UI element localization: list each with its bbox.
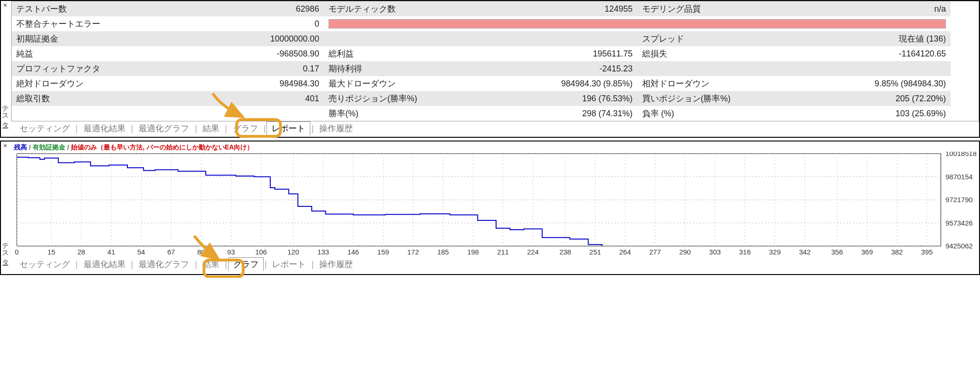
svg-text:54: 54 bbox=[137, 248, 145, 256]
cell-label: 初期証拠金 bbox=[12, 31, 164, 46]
cell-label: 期待利得 bbox=[324, 61, 476, 76]
cell-label: 相対ドローダウン bbox=[637, 76, 790, 91]
tester-label: テスター bbox=[1, 237, 10, 263]
cell-label: スプレッド bbox=[637, 31, 790, 46]
cell-value: 9.85% (984984.30) bbox=[790, 76, 951, 91]
tab-レポート[interactable]: レポート bbox=[267, 258, 310, 271]
tab-結果[interactable]: 結果 bbox=[198, 258, 224, 271]
tab-レポート[interactable]: レポート bbox=[266, 121, 310, 135]
cell-label: プロフィットファクタ bbox=[12, 61, 164, 76]
cell-label: 勝率(%) bbox=[324, 106, 476, 121]
svg-text:238: 238 bbox=[560, 248, 571, 256]
cell-value: -2415.23 bbox=[476, 61, 637, 76]
cell-value bbox=[164, 106, 324, 121]
cell-label bbox=[12, 106, 164, 121]
tab-最適化グラフ[interactable]: 最適化グラフ bbox=[134, 258, 194, 271]
svg-text:277: 277 bbox=[649, 248, 661, 256]
equity-chart: 1001851898701549721790957342694250620152… bbox=[14, 152, 976, 257]
tab-結果[interactable]: 結果 bbox=[198, 122, 224, 135]
close-icon[interactable]: × bbox=[1, 1, 9, 9]
cell-value: n/a bbox=[790, 1, 951, 16]
svg-text:41: 41 bbox=[107, 248, 115, 256]
svg-text:80: 80 bbox=[197, 248, 205, 256]
tab-操作履歴[interactable]: 操作履歴 bbox=[315, 122, 357, 135]
cell-label: 不整合チャートエラー bbox=[12, 16, 164, 31]
svg-text:356: 356 bbox=[831, 248, 843, 256]
cell-label: 負率 (%) bbox=[637, 106, 790, 121]
legend-open-only: 始値のみ（最も早い方法, バーの始めにしか動かないEA向け） bbox=[71, 143, 253, 152]
cell-label bbox=[637, 61, 790, 76]
svg-text:224: 224 bbox=[527, 248, 539, 256]
cell-value: 205 (72.20%) bbox=[790, 91, 951, 106]
tab-bar: セッティング|最適化結果|最適化グラフ|結果|グラフ|レポート|操作履歴 bbox=[1, 121, 979, 135]
tab-最適化グラフ[interactable]: 最適化グラフ bbox=[134, 122, 194, 135]
svg-text:369: 369 bbox=[861, 248, 873, 256]
cell-label: 純益 bbox=[12, 46, 164, 61]
svg-text:211: 211 bbox=[497, 248, 509, 256]
cell-value: -968508.90 bbox=[164, 46, 324, 61]
legend-balance: 残高 bbox=[14, 143, 27, 152]
tab-最適化結果[interactable]: 最適化結果 bbox=[79, 122, 130, 135]
svg-text:303: 303 bbox=[709, 248, 721, 256]
report-table: テストバー数62986モデルティック数124955モデリング品質n/a不整合チャ… bbox=[12, 1, 979, 121]
svg-text:290: 290 bbox=[679, 248, 691, 256]
table-row: 不整合チャートエラー0 bbox=[12, 16, 979, 31]
cell-value: 124955 bbox=[476, 1, 637, 16]
svg-text:9425062: 9425062 bbox=[945, 242, 973, 250]
cell-value: 現在値 (136) bbox=[790, 31, 951, 46]
table-row: 総取引数401売りポジション(勝率%)196 (76.53%)買いポジション(勝… bbox=[12, 91, 979, 106]
cell-label bbox=[324, 31, 476, 46]
cell-label: 売りポジション(勝率%) bbox=[324, 91, 476, 106]
svg-text:9573426: 9573426 bbox=[945, 219, 973, 227]
tester-label: テスター bbox=[1, 100, 10, 126]
tab-グラフ[interactable]: グラフ bbox=[228, 257, 264, 271]
svg-text:251: 251 bbox=[589, 248, 601, 256]
svg-text:120: 120 bbox=[287, 248, 299, 256]
tab-操作履歴[interactable]: 操作履歴 bbox=[315, 258, 357, 271]
svg-text:172: 172 bbox=[407, 248, 419, 256]
cell-value: 0.17 bbox=[164, 61, 324, 76]
chart-legend: 残高 / 有効証拠金 / 始値のみ（最も早い方法, バーの始めにしか動かないEA… bbox=[14, 143, 976, 152]
tab-セッティング[interactable]: セッティング bbox=[15, 258, 75, 271]
cell-label: モデルティック数 bbox=[324, 1, 476, 16]
svg-text:264: 264 bbox=[619, 248, 631, 256]
svg-text:106: 106 bbox=[255, 248, 267, 256]
tab-bar: セッティング|最適化結果|最適化グラフ|結果|グラフ|レポート|操作履歴 bbox=[1, 257, 979, 271]
svg-text:146: 146 bbox=[347, 248, 359, 256]
cell-label: 総利益 bbox=[324, 46, 476, 61]
svg-text:10018518: 10018518 bbox=[945, 152, 976, 157]
cell-value: -1164120.65 bbox=[790, 46, 951, 61]
cell-value: 195611.75 bbox=[476, 46, 637, 61]
tab-最適化結果[interactable]: 最適化結果 bbox=[79, 258, 130, 271]
cell-value bbox=[476, 31, 637, 46]
svg-text:9870154: 9870154 bbox=[945, 173, 973, 181]
cell-label: テストバー数 bbox=[12, 1, 164, 16]
table-row: プロフィットファクタ0.17期待利得-2415.23 bbox=[12, 61, 979, 76]
svg-text:28: 28 bbox=[77, 248, 85, 256]
svg-text:185: 185 bbox=[437, 248, 449, 256]
table-row: 勝率(%)298 (74.31%)負率 (%)103 (25.69%) bbox=[12, 106, 979, 121]
table-row: 絶対ドローダウン984984.30最大ドローダウン984984.30 (9.85… bbox=[12, 76, 979, 91]
cell-value: 196 (76.53%) bbox=[476, 91, 637, 106]
tab-グラフ[interactable]: グラフ bbox=[228, 122, 263, 135]
cell-label: 最大ドローダウン bbox=[324, 76, 476, 91]
table-row: テストバー数62986モデルティック数124955モデリング品質n/a bbox=[12, 1, 979, 16]
svg-text:133: 133 bbox=[317, 248, 329, 256]
cell-label: 総損失 bbox=[637, 46, 790, 61]
svg-text:395: 395 bbox=[921, 248, 933, 256]
svg-text:198: 198 bbox=[467, 248, 479, 256]
tab-セッティング[interactable]: セッティング bbox=[15, 122, 75, 135]
svg-text:9721790: 9721790 bbox=[945, 196, 973, 204]
svg-text:0: 0 bbox=[15, 248, 19, 256]
svg-text:316: 316 bbox=[739, 248, 751, 256]
legend-equity: 有効証拠金 bbox=[33, 143, 65, 152]
cell-value: 984984.30 (9.85%) bbox=[476, 76, 637, 91]
svg-text:93: 93 bbox=[227, 248, 235, 256]
cell-label: 買いポジション(勝率%) bbox=[637, 91, 790, 106]
cell-value: 10000000.00 bbox=[164, 31, 324, 46]
svg-text:382: 382 bbox=[891, 248, 903, 256]
cell-value bbox=[790, 61, 951, 76]
cell-value: 62986 bbox=[164, 1, 324, 16]
cell-value: 401 bbox=[164, 91, 324, 106]
close-icon[interactable]: × bbox=[1, 142, 9, 149]
